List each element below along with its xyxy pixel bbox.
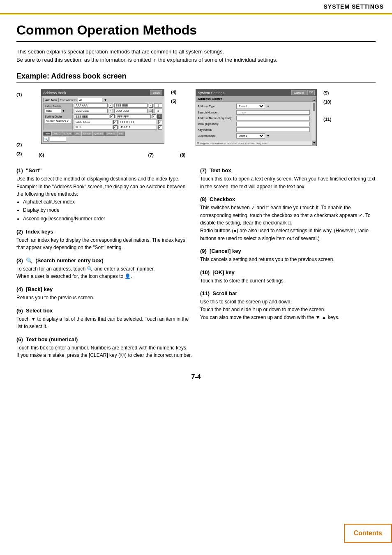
mock-data-row-1: AAA AAA ✓ BBB BBB ✓ 1	[74, 103, 162, 108]
mock-index-vwxyz[interactable]: VWXYZ	[105, 132, 117, 136]
mock-cancel-btn[interactable]: Cancel	[291, 90, 307, 95]
mock-cb-4b[interactable]: ✓	[158, 120, 162, 124]
callout-1: (1)	[16, 92, 22, 97]
mock-back-btn[interactable]: Back	[150, 90, 162, 95]
mock-form-row-0: Address Type: E-mail ▼	[198, 104, 310, 109]
mock-form-row-5: Custom Index: User 1 ▼	[198, 133, 310, 139]
mock-sort-label: Sort Address	[60, 99, 76, 102]
desc-text-8: This switches between ✓ and □ each time …	[200, 204, 376, 242]
mock-titlebar-right: System Settings Cancel OK	[196, 89, 316, 96]
mock-data-row-2: CCC CCC ✓ DDD DDD ☑ 3	[74, 109, 162, 113]
mock-num-1: 1	[154, 103, 162, 108]
contents-button[interactable]: Contents	[344, 524, 392, 543]
desc-item-2: (2) Index keys Touch an index key to dis…	[16, 229, 192, 252]
desc-heading-10: (10) [OK] key	[200, 269, 376, 275]
desc-text-11: Use this to scroll the screen up and dow…	[200, 298, 376, 321]
mock-cell-1b: BBB BBB	[114, 103, 148, 108]
mock-field-input-2[interactable]	[236, 116, 310, 120]
mock-field-label-4: Key Name:	[198, 128, 235, 131]
mock-index-switch-select[interactable]: ABC	[45, 109, 61, 113]
example-area: (1) (2) (3) Address Book Back Add N	[16, 89, 376, 146]
desc-heading-2: (2) Index keys	[16, 229, 192, 235]
mock-cb-1a[interactable]: ✓	[109, 104, 113, 108]
descriptions-area: (1) "Sort" Use this to select the method…	[16, 167, 376, 365]
mock-ok-btn[interactable]: OK	[307, 90, 315, 95]
page-title: Common Operation Methods	[16, 23, 376, 42]
mock-scroll-up[interactable]: ▲	[312, 98, 316, 102]
mock-cb-4a[interactable]: ✓	[113, 120, 118, 124]
mock-data-row-5: III III ✓ JJJ JJJ ✓	[74, 125, 162, 130]
mock-all-dropdown[interactable]: All	[78, 98, 102, 102]
mock-cb-1b[interactable]: ✓	[149, 104, 153, 108]
desc-item-7: (7) Text box Touch this box to open a te…	[200, 167, 376, 190]
mock-plus-btn[interactable]: +	[157, 114, 162, 119]
mock-cell-5a: III III	[74, 125, 112, 130]
mock-form-row-1: Search Number: |1-999	[198, 110, 310, 115]
mock-add-row: Add New Sort Address All ▼	[43, 98, 162, 102]
mock-form-body: Address Type: E-mail ▼ Search Number: |1…	[196, 102, 316, 141]
mock-field-arrow-0: ▼	[267, 105, 270, 108]
mock-add-new-btn[interactable]: Add New	[43, 98, 59, 102]
desc-text-3: To search for an address, touch 🔍 and en…	[16, 265, 192, 280]
mock-footer: ⦿ Register this Address to be added to t…	[196, 141, 316, 146]
mock-index-etc[interactable]: etc.	[118, 132, 125, 136]
mock-sort-dropdown-label: Search Number	[46, 120, 66, 123]
desc-item-9: (9) [Cancel] key This cancels a setting …	[200, 248, 376, 264]
mock-scroll-track[interactable]	[312, 102, 316, 141]
mock-cell-2b: DDD DDD	[114, 109, 148, 113]
desc-item-10: (10) [OK] key Touch this to store the cu…	[200, 269, 376, 285]
mock-data-row-3: EEE EEE ✓ FFF FFF ✓ +	[74, 114, 162, 119]
right-callout-area-left: (4) (5)	[171, 89, 189, 104]
header-title: SYSTEM SETTINGS	[324, 3, 384, 10]
mock-cell-4b: HHH HHH	[119, 120, 157, 124]
mock-search-input[interactable]	[50, 137, 66, 142]
mock-index-keys: Prev ABCD EFGH IJKL MNOP QRSTU VWXYZ etc…	[43, 132, 162, 136]
mock-index-qrstu[interactable]: QRSTU	[93, 132, 105, 136]
page-number: 7-4	[16, 373, 376, 381]
mock-field-label-0: Address Type:	[198, 105, 235, 108]
callout-5: (5)	[171, 99, 189, 104]
callout-9: (9)	[323, 90, 341, 95]
desc-item-8: (8) Checkbox This switches between ✓ and…	[200, 196, 376, 242]
mock-subtitle-right: Address Control	[196, 96, 316, 102]
main-content: Common Operation Methods This section ex…	[0, 14, 392, 397]
desc-col-right: (7) Text box Touch this box to open a te…	[200, 167, 376, 365]
desc-heading-4: (4) [Back] key	[16, 286, 192, 292]
mock-scroll-thumb[interactable]	[313, 103, 315, 111]
mock-cb-3a[interactable]: ✓	[111, 114, 115, 118]
desc-item-4: (4) [Back] key Returns you to the previo…	[16, 286, 192, 302]
callout-7: (7)	[148, 153, 154, 157]
mock-field-input-3[interactable]	[236, 122, 310, 126]
mock-index-mnop[interactable]: MNOP	[82, 132, 92, 136]
mock-field-label-1: Search Number:	[198, 111, 235, 114]
mock-data-rows: AAA AAA ✓ BBB BBB ✓ 1 CCC CCC ✓ DDD DDD …	[74, 103, 162, 130]
mock-scroll-down[interactable]: ▼	[312, 141, 316, 145]
mock-cell-5b: JJJ JJJ	[119, 125, 157, 130]
mock-body-left: Add New Sort Address All ▼ Index Switch …	[42, 96, 164, 143]
mock-index-efgh[interactable]: EFGH	[62, 132, 73, 136]
mock-sort-dropdown[interactable]: Search Number ▼	[45, 119, 71, 123]
header-bar: SYSTEM SETTINGS	[0, 0, 392, 14]
mock-titlebar-left: Address Book Back	[42, 89, 164, 96]
mock-field-input-1[interactable]: |1-999	[236, 110, 310, 115]
desc-text-5: Touch ▼ to display a list of the items t…	[16, 315, 192, 331]
mock-field-input-5[interactable]: User 1	[236, 133, 265, 139]
desc-heading-9: (9) [Cancel] key	[200, 248, 376, 254]
mock-index-ijkl[interactable]: IJKL	[73, 132, 81, 136]
mock-cb-5a[interactable]: ✓	[113, 125, 118, 130]
mock-field-input-4[interactable]	[236, 127, 310, 132]
mock-index-prev[interactable]: Prev	[43, 132, 51, 136]
mock-index-switch-label: Index Switch	[45, 105, 71, 108]
mock-scrollbar[interactable]: ▲ ▼	[312, 97, 316, 145]
mock-field-input-0[interactable]: E-mail	[236, 104, 265, 109]
desc-item-3: (3) 🔍 (Search number entry box) To searc…	[16, 257, 192, 280]
mock-cb-3b[interactable]: ✓	[152, 114, 156, 118]
mock-title-right: System Settings	[198, 91, 224, 95]
mock-cb-2a[interactable]: ✓	[109, 109, 113, 113]
left-callout-area: (1) (2) (3)	[16, 89, 35, 93]
mock-cb-5b[interactable]: ✓	[158, 125, 162, 130]
mock-search-icon[interactable]: 🔍	[43, 137, 49, 142]
mock-cb-2b[interactable]: ☑	[149, 109, 153, 113]
mock-index-abcd[interactable]: ABCD	[52, 132, 62, 136]
desc-item-1: (1) "Sort" Use this to select the method…	[16, 167, 192, 223]
